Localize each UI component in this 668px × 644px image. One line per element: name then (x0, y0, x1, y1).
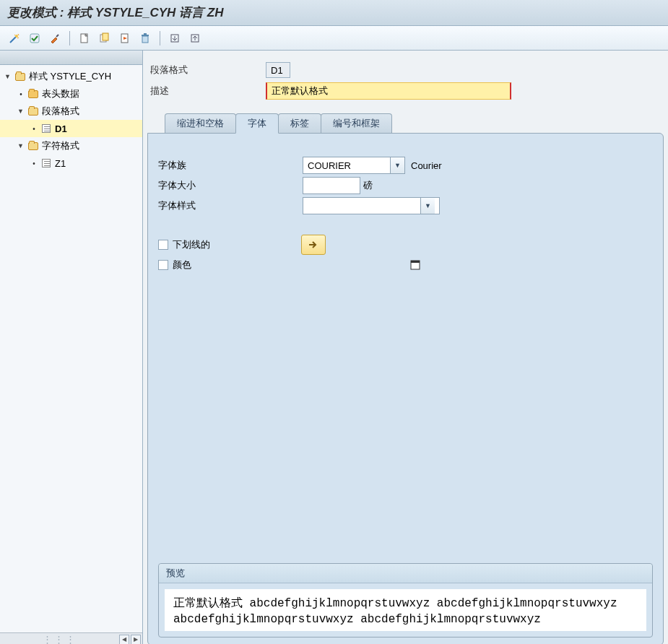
preview-text: 正常默认格式 abcdefghijklmnopqrstuvwxyz abcdef… (165, 589, 646, 631)
font-size-input[interactable] (303, 177, 360, 194)
tab-font[interactable]: 字体 (235, 113, 279, 134)
font-style-input[interactable] (303, 198, 420, 214)
bullet-icon: • (30, 160, 38, 167)
color-checkbox[interactable] (158, 260, 168, 270)
folder-open-icon (27, 105, 39, 117)
underline-checkbox[interactable] (158, 240, 168, 250)
tabstrip: 缩进和空格 字体 标签 编号和框架 (147, 114, 664, 133)
paragraph-format-value: D1 (266, 62, 290, 78)
toolbar-separator (160, 31, 160, 45)
paragraph-format-label: 段落格式 (150, 64, 266, 77)
window-title: 更改模式 : 样式 YSTYLE_CYH 语言 ZH (0, 0, 668, 26)
underline-options-button[interactable] (301, 235, 326, 255)
svg-point-0 (15, 35, 18, 38)
tab-body-font: 字体族 ▼ Courier 字体大小 磅 字体样式 ▼ (147, 133, 664, 644)
svg-rect-7 (142, 35, 149, 36)
font-size-label: 字体大小 (158, 179, 303, 192)
expand-icon[interactable]: ▼ (4, 73, 12, 80)
expand-icon[interactable]: ▼ (17, 108, 25, 115)
font-family-desc: Courier (411, 160, 442, 171)
color-chip-icon (410, 260, 420, 270)
toolbar-separator (69, 31, 70, 45)
style-tree: ▼ 样式 YSTYLE_CYH • 表头数据 ▼ 段落格式 • D1 ▼ (0, 65, 142, 175)
navigator-panel: ▼ 样式 YSTYLE_CYH • 表头数据 ▼ 段落格式 • D1 ▼ (0, 51, 143, 644)
folder-closed-icon (27, 88, 39, 100)
svg-rect-1 (30, 34, 39, 43)
preview-title: 预览 (159, 564, 652, 583)
detail-panel: 段落格式 D1 描述 正常默认格式 缩进和空格 字体 标签 编号和框架 字体族 … (143, 51, 668, 644)
tree-node-z1[interactable]: • Z1 (0, 155, 142, 172)
delete-icon[interactable] (136, 30, 154, 47)
bullet-icon: • (30, 125, 38, 133)
tab-numbering[interactable]: 编号和框架 (321, 113, 392, 133)
underline-label: 下划线的 (173, 238, 301, 251)
navigator-scrollbar: ⋮⋮⋮ ◀ ▶ (0, 632, 142, 644)
font-style-label: 字体样式 (158, 199, 303, 212)
scroll-left-icon[interactable]: ◀ (119, 635, 129, 645)
tree-label: Z1 (55, 158, 66, 169)
new-icon[interactable] (76, 30, 93, 47)
font-style-combo[interactable]: ▼ (303, 197, 440, 214)
navigator-header (0, 51, 142, 65)
font-size-unit: 磅 (363, 179, 373, 192)
node-icon (40, 123, 52, 134)
bullet-icon: • (17, 90, 25, 98)
brush-icon[interactable] (46, 30, 64, 47)
tree-label: 样式 YSTYLE_CYH (29, 70, 111, 83)
tree-node-header-data[interactable]: • 表头数据 (0, 85, 142, 103)
expand-icon[interactable]: ▼ (17, 142, 25, 149)
tree-node-character-formats[interactable]: ▼ 字符格式 (0, 137, 142, 155)
preview-box: 预览 正常默认格式 abcdefghijklmnopqrstuvwxyz abc… (158, 563, 653, 638)
font-family-combo[interactable]: ▼ (303, 157, 405, 174)
node-icon (40, 157, 52, 169)
tab-indent[interactable]: 缩进和空格 (165, 113, 236, 133)
description-input[interactable]: 正常默认格式 (266, 82, 511, 100)
tree-label: D1 (55, 123, 67, 134)
dropdown-icon[interactable]: ▼ (390, 157, 404, 173)
tree-label: 表头数据 (42, 87, 79, 100)
tree-node-d1[interactable]: • D1 (0, 120, 142, 137)
svg-rect-8 (144, 33, 147, 35)
copy-icon[interactable] (96, 30, 113, 47)
tree-node-paragraph-formats[interactable]: ▼ 段落格式 (0, 103, 142, 120)
import-icon[interactable] (166, 30, 183, 47)
tree-root[interactable]: ▼ 样式 YSTYLE_CYH (0, 68, 142, 85)
tab-tabs[interactable]: 标签 (278, 113, 321, 133)
font-family-input[interactable] (303, 157, 390, 173)
color-label: 颜色 (173, 258, 301, 271)
folder-open-icon (14, 71, 26, 82)
main-toolbar (0, 26, 668, 51)
activate-icon[interactable] (116, 30, 134, 47)
export-icon[interactable] (186, 30, 204, 47)
svg-rect-12 (411, 261, 420, 263)
wand-icon[interactable] (6, 30, 23, 47)
description-label: 描述 (150, 84, 266, 97)
scroll-right-icon[interactable]: ▶ (131, 635, 141, 645)
color-picker[interactable] (301, 256, 424, 274)
arrow-right-icon (308, 240, 319, 250)
font-family-label: 字体族 (158, 159, 303, 172)
tree-label: 字符格式 (42, 139, 79, 152)
dropdown-icon[interactable]: ▼ (420, 198, 435, 214)
svg-rect-6 (142, 36, 148, 43)
svg-rect-4 (103, 33, 108, 40)
check-icon[interactable] (26, 30, 43, 47)
tree-label: 段落格式 (42, 105, 79, 118)
folder-open-icon (27, 140, 39, 152)
